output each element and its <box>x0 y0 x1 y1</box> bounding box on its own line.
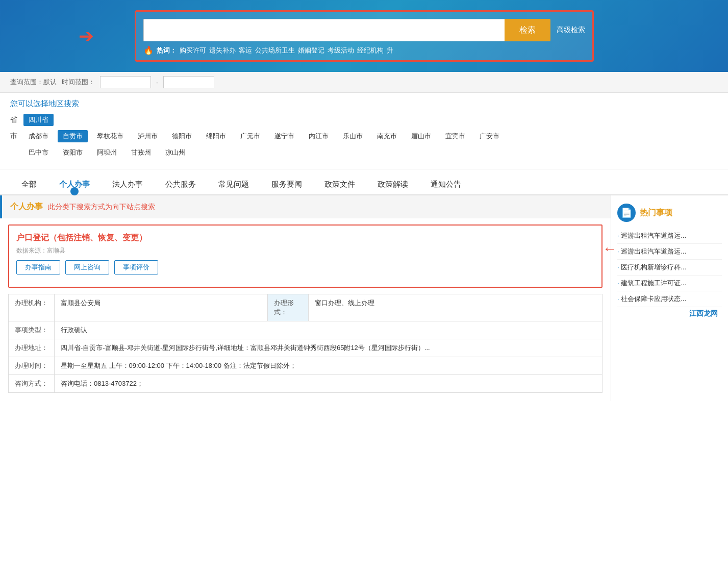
hot-keyword-8[interactable]: 升 <box>387 46 393 55</box>
city-tag[interactable]: 泸州市 <box>133 130 163 142</box>
label-type: 事项类型： <box>9 321 55 339</box>
city-tag[interactable]: 巴中市 <box>23 146 54 159</box>
city-tag[interactable]: 绵阳市 <box>201 130 231 142</box>
time-range-label: 时间范围： <box>62 78 95 87</box>
cities-row1: 市 成都市自贡市攀枝花市泸州市德阳市绵阳市广元市遂宁市内江市乐山市南充市眉山市宜… <box>10 130 718 142</box>
table-row: 办理地址： 四川省-自贡市-富顺县-邓井关街道-星河国际步行街号,详细地址：富顺… <box>9 339 603 357</box>
filter-bar: 查询范围：默认 时间范围： - <box>0 72 728 93</box>
fire-icon: 🔥 <box>143 45 154 55</box>
category-tab-5[interactable]: 服务要闻 <box>260 174 313 194</box>
main-content: 个人办事 此分类下搜索方式为向下站点搜索 户口登记（包括注销、恢复、变更） 数据… <box>0 195 728 401</box>
city-tag[interactable]: 广元市 <box>235 130 265 142</box>
action-guide-btn[interactable]: 办事指南 <box>16 260 60 274</box>
arrow-left-indicator: ← <box>603 241 617 257</box>
value-time: 星期一至星期五 上午：09:00-12:00 下午：14:00-18:00 备注… <box>55 357 603 375</box>
category-tab-6[interactable]: 政策文件 <box>313 174 366 194</box>
table-row: 办理机构： 富顺县公安局 办理形式： 窗口办理、线上办理 <box>9 294 603 321</box>
province-selected[interactable]: 四川省 <box>23 114 54 126</box>
category-tab-2[interactable]: 法人办事 <box>101 174 154 194</box>
label-contact: 咨询方式： <box>9 375 55 393</box>
category-tab-3[interactable]: 公共服务 <box>154 174 207 194</box>
date-to-input[interactable] <box>163 76 214 88</box>
city-tag[interactable]: 自贡市 <box>58 130 88 142</box>
category-header-desc: 此分类下搜索方式为向下站点搜索 <box>48 203 155 212</box>
sidebar-item-3[interactable]: 建筑工程施工许可证... <box>617 276 722 291</box>
date-from-input[interactable] <box>100 76 151 88</box>
search-button[interactable]: 检索 <box>505 19 550 41</box>
city-tag[interactable]: 乐山市 <box>338 130 368 142</box>
label-form: 办理形式： <box>267 294 308 321</box>
region-title: 您可以选择地区搜索 <box>10 99 718 109</box>
result-item: 户口登记（包括注销、恢复、变更） 数据来源：富顺县 办事指南 网上咨询 事项评价… <box>8 224 603 288</box>
detail-section: 办理机构： 富顺县公安局 办理形式： 窗口办理、线上办理 事项类型： 行政确认 … <box>8 294 603 393</box>
city-tag[interactable]: 宜宾市 <box>440 130 470 142</box>
query-range-label: 查询范围：默认 <box>10 78 57 87</box>
result-title[interactable]: 户口登记（包括注销、恢复、变更） <box>16 233 594 243</box>
city-tag[interactable]: 德阳市 <box>167 130 197 142</box>
city-tag[interactable]: 眉山市 <box>406 130 436 142</box>
value-type: 行政确认 <box>55 321 603 339</box>
city-tag[interactable]: 遂宁市 <box>269 130 299 142</box>
search-input[interactable]: 户口登记 <box>143 19 505 41</box>
table-row: 咨询方式： 咨询电话：0813-4703722； <box>9 375 603 393</box>
province-label: 省 <box>10 115 19 124</box>
sidebar-header: 📄 热门事项 <box>617 204 722 222</box>
category-header: 个人办事 此分类下搜索方式为向下站点搜索 <box>0 195 611 218</box>
detail-table: 办理机构： 富顺县公安局 办理形式： 窗口办理、线上办理 事项类型： 行政确认 … <box>8 294 603 393</box>
sidebar-title: 热门事项 <box>640 208 672 218</box>
label-address: 办理地址： <box>9 339 55 357</box>
city-tag[interactable]: 攀枝花市 <box>92 130 129 142</box>
hot-keyword-5[interactable]: 婚姻登记 <box>298 46 324 55</box>
hot-keyword-1[interactable]: 购买许可 <box>180 46 206 55</box>
city-tag[interactable]: 凉山州 <box>160 146 190 159</box>
category-tabs: 全部个人办事法人办事公共服务常见问题服务要闻政策文件政策解读通知公告 <box>0 169 728 195</box>
sidebar-item-1[interactable]: 巡游出租汽车道路运... <box>617 244 722 260</box>
document-icon: 📄 <box>621 207 632 218</box>
city-tag[interactable]: 甘孜州 <box>126 146 156 159</box>
arrow-right-icon: ➔ <box>79 27 94 45</box>
value-org: 富顺县公安局 <box>55 294 268 321</box>
sidebar-items: 巡游出租汽车道路运...巡游出租汽车道路运...医疗机构新增诊疗科...建筑工程… <box>617 228 722 307</box>
category-header-title: 个人办事 <box>10 202 43 212</box>
value-form: 窗口办理、线上办理 <box>308 294 602 321</box>
action-consult-btn[interactable]: 网上咨询 <box>65 260 109 274</box>
table-row: 事项类型： 行政确认 <box>9 321 603 339</box>
hot-keyword-4[interactable]: 公共场所卫生 <box>255 46 295 55</box>
label-org: 办理机构： <box>9 294 55 321</box>
hot-keyword-2[interactable]: 遗失补办 <box>209 46 236 55</box>
sidebar-item-2[interactable]: 医疗机构新增诊疗科... <box>617 260 722 276</box>
category-tab-4[interactable]: 常见问题 <box>207 174 260 194</box>
category-tab-7[interactable]: 政策解读 <box>366 174 419 194</box>
region-section: 您可以选择地区搜索 省 四川省 市 成都市自贡市攀枝花市泸州市德阳市绵阳市广元市… <box>0 93 728 169</box>
watermark: 江西龙网 <box>617 307 722 320</box>
city-tag[interactable]: 成都市 <box>23 130 54 142</box>
sidebar: 📄 热门事项 巡游出租汽车道路运...巡游出租汽车道路运...医疗机构新增诊疗科… <box>611 195 728 401</box>
search-box-container: 户口登记 检索 高级检索 🔥 热词： 购买许可 遗失补办 客运 公共场所卫生 婚… <box>135 10 594 62</box>
advanced-search-link[interactable]: 高级检索 <box>557 26 585 35</box>
result-actions: 办事指南 网上咨询 事项评价 <box>16 260 594 274</box>
category-tab-1[interactable]: 个人办事 <box>48 174 101 194</box>
city-tag[interactable]: 南充市 <box>372 130 402 142</box>
action-evaluate-btn[interactable]: 事项评价 <box>114 260 158 274</box>
sidebar-item-0[interactable]: 巡游出租汽车道路运... <box>617 228 722 244</box>
category-tab-8[interactable]: 通知公告 <box>419 174 472 194</box>
table-row: 办理时间： 星期一至星期五 上午：09:00-12:00 下午：14:00-18… <box>9 357 603 375</box>
result-source: 数据来源：富顺县 <box>16 246 594 255</box>
value-address: 四川省-自贡市-富顺县-邓井关街道-星河国际步行街号,详细地址：富顺县邓井关街道… <box>55 339 603 357</box>
city-tag[interactable]: 内江市 <box>304 130 334 142</box>
results-panel: 个人办事 此分类下搜索方式为向下站点搜索 户口登记（包括注销、恢复、变更） 数据… <box>0 195 611 401</box>
hot-label: 热词： <box>157 46 177 55</box>
header: ➔ 户口登记 检索 高级检索 🔥 热词： 购买许可 遗失补办 客运 公共场所卫生… <box>0 0 728 72</box>
city-tag[interactable]: 资阳市 <box>58 146 88 159</box>
label-time: 办理时间： <box>9 357 55 375</box>
sidebar-item-4[interactable]: 社会保障卡应用状态... <box>617 291 722 307</box>
sidebar-icon: 📄 <box>617 204 636 222</box>
city-tag[interactable]: 广安市 <box>474 130 505 142</box>
city-tag[interactable]: 阿坝州 <box>92 146 122 159</box>
date-separator: - <box>156 79 158 86</box>
hot-keyword-6[interactable]: 考级活动 <box>328 46 354 55</box>
hot-keyword-7[interactable]: 经纪机构 <box>357 46 384 55</box>
hot-keywords-bar: 🔥 热词： 购买许可 遗失补办 客运 公共场所卫生 婚姻登记 考级活动 经纪机构… <box>143 45 585 55</box>
hot-keyword-3[interactable]: 客运 <box>239 46 252 55</box>
category-tab-0[interactable]: 全部 <box>10 174 48 194</box>
